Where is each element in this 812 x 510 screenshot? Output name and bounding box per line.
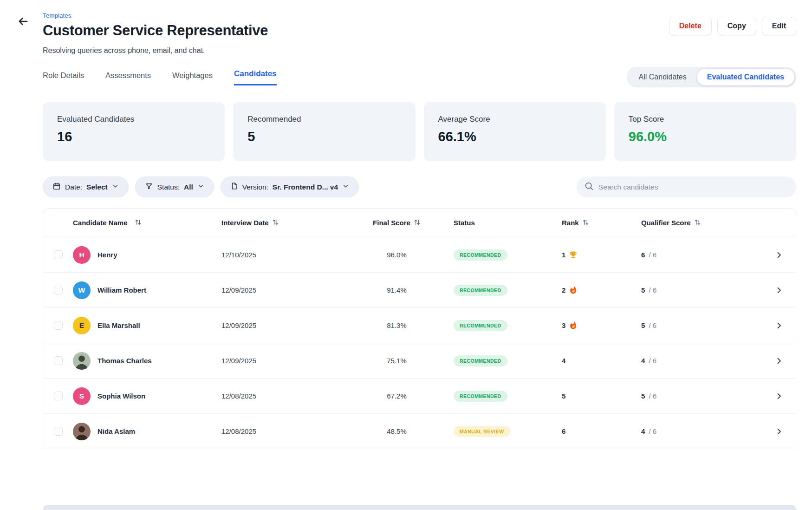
qualifier-score-total: / 6	[647, 321, 656, 329]
fire-icon	[569, 321, 578, 330]
stat-label: Average Score	[438, 115, 591, 124]
chevron-right-icon[interactable]	[774, 427, 784, 436]
stat-value: 96.0%	[629, 129, 782, 144]
calendar-icon	[52, 182, 61, 192]
tab-weightages[interactable]: Weightages	[172, 71, 213, 85]
copy-button[interactable]: Copy	[717, 17, 756, 35]
interview-date: 12/09/2025	[221, 321, 256, 329]
status-badge: RECOMMENDED	[454, 391, 507, 402]
chevron-down-icon	[112, 183, 119, 191]
row-checkbox[interactable]	[54, 286, 63, 294]
status-badge: RECOMMENDED	[454, 355, 507, 366]
interview-date: 12/10/2025	[221, 251, 256, 259]
tab-role-details[interactable]: Role Details	[43, 71, 84, 85]
table-row[interactable]: E Ella Marshall 12/09/2025 81.3% RECOMME…	[43, 308, 796, 343]
chevron-right-icon[interactable]	[774, 286, 784, 295]
column-header-rank[interactable]: Rank	[558, 219, 635, 227]
page-subtitle: Resolving queries across phone, email, a…	[43, 46, 796, 55]
avatar: S	[73, 387, 91, 405]
toggle-all-candidates[interactable]: All Candidates	[629, 69, 697, 85]
column-header-final-score[interactable]: Final Score	[340, 219, 454, 227]
column-header-candidate-name[interactable]: Candidate Name	[73, 219, 221, 227]
stat-value: 16	[57, 129, 210, 144]
delete-button[interactable]: Delete	[669, 17, 712, 35]
stat-card-evaluated: Evaluated Candidates 16	[43, 102, 225, 161]
table-row[interactable]: W William Robert 12/09/2025 91.4% RECOMM…	[43, 273, 796, 308]
candidate-name: Henry	[97, 251, 117, 259]
chevron-right-icon[interactable]	[774, 321, 784, 330]
final-score: 81.3%	[387, 321, 407, 329]
back-arrow-icon[interactable]	[17, 15, 30, 28]
final-score: 91.4%	[387, 286, 407, 294]
stat-value: 66.1%	[438, 129, 591, 144]
status-filter-dropdown[interactable]: Status: All	[135, 177, 214, 197]
sort-icon[interactable]	[272, 219, 279, 227]
row-checkbox[interactable]	[54, 356, 63, 365]
interview-date: 12/08/2025	[221, 392, 256, 400]
chevron-down-icon	[342, 183, 349, 191]
edit-button[interactable]: Edit	[762, 17, 796, 35]
tab-assessments[interactable]: Assessments	[105, 71, 151, 85]
column-label: Rank	[562, 219, 579, 227]
stat-value: 5	[247, 129, 401, 144]
candidate-name: Ella Marshall	[97, 321, 140, 329]
qualifier-score-total: / 6	[647, 251, 656, 259]
filter-value: All	[184, 183, 193, 191]
date-filter-dropdown[interactable]: Date: Select	[43, 177, 129, 197]
tab-candidates[interactable]: Candidates	[234, 69, 277, 85]
avatar-photo	[73, 423, 91, 440]
search-input[interactable]	[598, 183, 789, 191]
chevron-right-icon[interactable]	[774, 356, 784, 366]
table-row[interactable]: S Sophia Wilson 12/08/2025 67.2% RECOMME…	[43, 379, 796, 414]
chevron-right-icon[interactable]	[774, 250, 784, 260]
row-checkbox[interactable]	[54, 250, 63, 259]
trophy-icon	[569, 250, 578, 259]
rank-value: 6	[562, 427, 565, 435]
filter-label: Version:	[242, 183, 268, 191]
column-label: Candidate Name	[73, 219, 128, 227]
chevron-down-icon	[197, 183, 204, 191]
interview-date: 12/08/2025	[221, 427, 256, 435]
table-row[interactable]: Nida Aslam 12/08/2025 48.5% MANUAL REVIE…	[43, 414, 796, 449]
filter-label: Status:	[157, 183, 180, 191]
rank-value: 1	[562, 251, 565, 259]
filter-label: Date:	[65, 183, 82, 191]
qualifier-score-total: / 6	[647, 427, 656, 435]
search-box	[577, 177, 796, 197]
fire-icon	[569, 286, 578, 294]
stat-label: Evaluated Candidates	[57, 115, 210, 124]
sort-icon[interactable]	[414, 219, 421, 227]
column-header-qualifier-score[interactable]: Qualifier Score	[635, 219, 765, 227]
rank-value: 2	[562, 286, 565, 294]
column-header-interview-date[interactable]: Interview Date	[221, 219, 340, 227]
table-row[interactable]: H Henry 12/10/2025 96.0% RECOMMENDED 1 6…	[43, 237, 796, 273]
sort-icon[interactable]	[694, 219, 701, 227]
interview-date: 12/09/2025	[221, 357, 256, 365]
table-row[interactable]: Thomas Charles 12/09/2025 75.1% RECOMMEN…	[43, 343, 796, 379]
horizontal-scrollbar[interactable]	[43, 505, 796, 510]
qualifier-score-total: / 6	[647, 357, 656, 365]
candidates-toggle: All Candidates Evaluated Candidates	[627, 67, 796, 87]
row-checkbox[interactable]	[54, 392, 63, 400]
qualifier-score-value: 5	[641, 286, 645, 294]
chevron-right-icon[interactable]	[774, 392, 784, 401]
sort-icon[interactable]	[135, 219, 142, 227]
version-filter-dropdown[interactable]: Version: Sr. Frontend D... v4	[221, 177, 359, 197]
stat-label: Top Score	[629, 115, 782, 124]
column-label: Status	[454, 219, 475, 227]
stat-label: Recommended	[247, 115, 401, 124]
avatar: E	[73, 317, 91, 334]
candidate-name: Nida Aslam	[97, 427, 135, 435]
filter-funnel-icon	[145, 182, 153, 192]
column-label: Qualifier Score	[641, 219, 691, 227]
row-checkbox[interactable]	[54, 427, 63, 436]
status-badge: RECOMMENDED	[454, 249, 507, 261]
status-badge: RECOMMENDED	[454, 285, 507, 296]
qualifier-score-total: / 6	[647, 286, 656, 294]
sort-icon[interactable]	[582, 219, 589, 227]
interview-date: 12/09/2025	[221, 286, 256, 294]
toggle-evaluated-candidates[interactable]: Evaluated Candidates	[697, 69, 794, 85]
avatar-photo	[73, 352, 91, 370]
candidate-name: Sophia Wilson	[97, 392, 145, 400]
row-checkbox[interactable]	[54, 321, 63, 330]
